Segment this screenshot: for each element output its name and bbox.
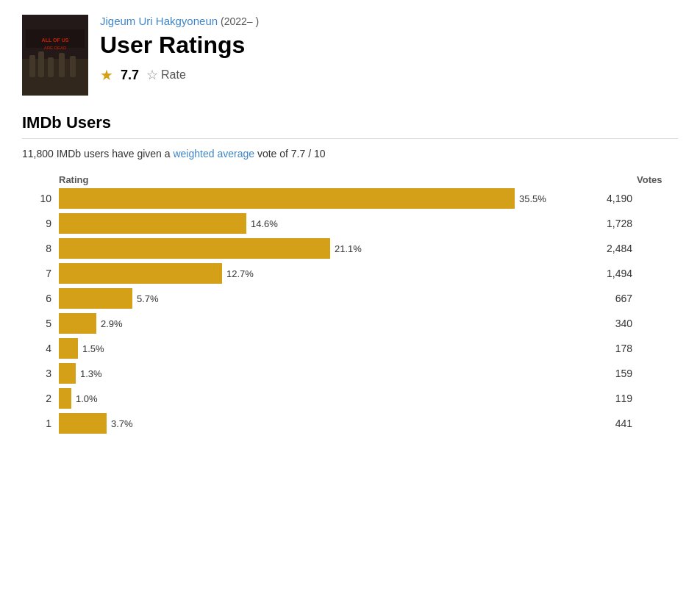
row-rating-label: 4	[22, 343, 59, 354]
bar	[59, 288, 132, 309]
header-info: Jigeum Uri Hakgyoneun (2022– ) User Rati…	[100, 15, 259, 84]
bar-area: 1.0%	[59, 388, 574, 409]
bar-area: 21.1%	[59, 238, 574, 259]
row-rating-label: 6	[22, 293, 59, 304]
chart-row: 21.0%119	[22, 388, 678, 409]
ratings-chart: Rating Votes 1035.5%4,190914.6%1,728821.…	[22, 174, 678, 434]
bar	[59, 413, 107, 434]
chart-row: 41.5%178	[22, 338, 678, 359]
row-rating-label: 7	[22, 268, 59, 279]
votes-count: 1,494	[574, 268, 632, 279]
bar-pct-label: 35.5%	[519, 193, 546, 204]
rating-value: 7.7	[121, 68, 139, 83]
bar	[59, 363, 76, 384]
show-title-line: Jigeum Uri Hakgyoneun (2022– )	[100, 15, 259, 27]
bar-area: 3.7%	[59, 413, 574, 434]
bar-pct-label: 5.7%	[137, 293, 159, 304]
bar-area: 1.3%	[59, 363, 574, 384]
bar	[59, 338, 78, 359]
chart-row: 52.9%340	[22, 313, 678, 334]
show-title-link[interactable]: Jigeum Uri Hakgyoneun	[100, 15, 218, 27]
chart-rows-container: 1035.5%4,190914.6%1,728821.1%2,484712.7%…	[22, 188, 678, 434]
chart-row: 821.1%2,484	[22, 238, 678, 259]
bar	[59, 238, 330, 259]
bar	[59, 313, 96, 334]
row-rating-label: 2	[22, 393, 59, 404]
bar	[59, 188, 515, 209]
row-rating-label: 8	[22, 243, 59, 254]
row-rating-label: 10	[22, 193, 59, 204]
votes-count: 2,484	[574, 243, 632, 254]
bar-pct-label: 3.7%	[111, 418, 133, 429]
bar-area: 1.5%	[59, 338, 574, 359]
svg-rect-10	[22, 15, 88, 96]
imdb-users-section: IMDb Users 11,800 IMDb users have given …	[22, 113, 678, 434]
summary-suffix: vote of 7.7 / 10	[254, 148, 326, 160]
chart-row: 13.7%441	[22, 413, 678, 434]
chart-row: 31.3%159	[22, 363, 678, 384]
show-poster: ALL OF US ARE DEAD	[22, 15, 88, 96]
section-title: IMDb Users	[22, 113, 678, 139]
votes-count: 178	[574, 343, 632, 354]
bar	[59, 388, 71, 409]
chart-row: 914.6%1,728	[22, 213, 678, 234]
bar-area: 14.6%	[59, 213, 574, 234]
bar-pct-label: 21.1%	[335, 243, 362, 254]
summary-prefix: 11,800 IMDb users have given a	[22, 148, 173, 160]
col-rating-header: Rating	[59, 174, 88, 185]
chart-row: 1035.5%4,190	[22, 188, 678, 209]
bar-pct-label: 1.3%	[80, 368, 102, 379]
bar-area: 35.5%	[59, 188, 574, 209]
header-section: ALL OF US ARE DEAD Jigeum Uri Hakgyoneun…	[22, 15, 678, 96]
rate-label: Rate	[161, 68, 186, 82]
votes-count: 1,728	[574, 218, 632, 229]
bar-pct-label: 12.7%	[226, 268, 254, 279]
votes-count: 4,190	[574, 193, 632, 204]
bar-pct-label: 14.6%	[251, 218, 278, 229]
rate-button[interactable]: ☆ Rate	[146, 67, 186, 83]
row-rating-label: 9	[22, 218, 59, 229]
row-rating-label: 5	[22, 318, 59, 329]
bar-area: 5.7%	[59, 288, 574, 309]
chart-row: 712.7%1,494	[22, 263, 678, 284]
bar-pct-label: 1.0%	[76, 393, 98, 404]
bar	[59, 263, 222, 284]
row-rating-label: 1	[22, 418, 59, 429]
page-title: User Ratings	[100, 32, 259, 59]
chart-header-row: Rating Votes	[22, 174, 678, 185]
votes-count: 159	[574, 368, 632, 379]
weighted-average-link[interactable]: weighted average	[173, 148, 254, 160]
votes-count: 667	[574, 293, 632, 304]
bar-pct-label: 1.5%	[82, 343, 104, 354]
votes-count: 340	[574, 318, 632, 329]
chart-row: 65.7%667	[22, 288, 678, 309]
star-filled-icon: ★	[100, 66, 113, 84]
poster-image: ALL OF US ARE DEAD	[22, 15, 88, 96]
bar-area: 12.7%	[59, 263, 574, 284]
bar	[59, 213, 246, 234]
summary-text: 11,800 IMDb users have given a weighted …	[22, 148, 678, 160]
bar-pct-label: 2.9%	[101, 318, 123, 329]
show-year: (2022– )	[221, 15, 259, 27]
star-outline-icon: ☆	[146, 67, 158, 83]
votes-count: 119	[574, 393, 632, 404]
bar-area: 2.9%	[59, 313, 574, 334]
col-votes-header: Votes	[603, 174, 662, 185]
row-rating-label: 3	[22, 368, 59, 379]
rating-row: ★ 7.7 ☆ Rate	[100, 66, 259, 84]
votes-count: 441	[574, 418, 632, 429]
